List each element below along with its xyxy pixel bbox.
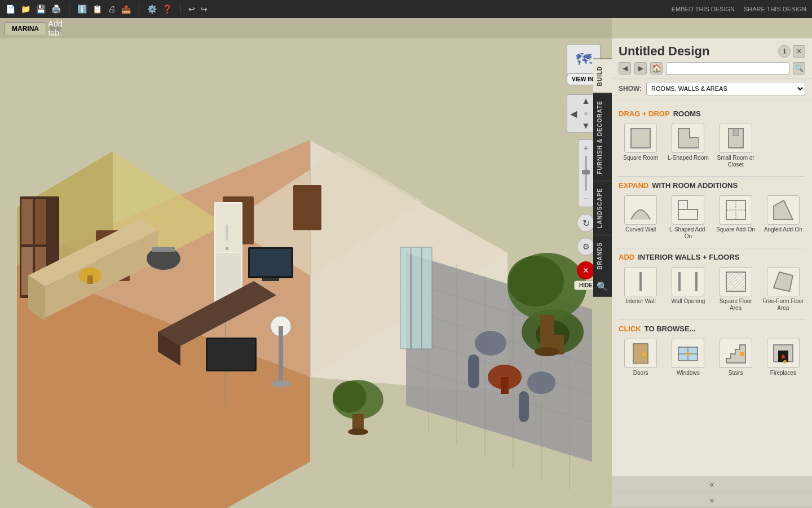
svg-rect-23 [400, 247, 411, 349]
search-input[interactable] [666, 62, 789, 75]
side-tab-build[interactable]: BUILD [593, 59, 612, 93]
side-tab-furnish[interactable]: FURNISH & DECORATE [593, 93, 612, 181]
tab-marina[interactable]: MARINA [5, 22, 46, 35]
embed-button[interactable]: EMBED THIS DESIGN [672, 6, 735, 12]
side-tabs: BUILD FURNISH & DECORATE LANDSCAPE BRAND… [593, 59, 612, 297]
svg-rect-51 [279, 326, 283, 383]
settings-icon[interactable]: ⚙️ [147, 5, 157, 14]
tabbar: MARINA Add tab [0, 18, 612, 38]
svg-rect-35 [152, 247, 175, 252]
panel-header: Untitled Design ℹ ✕ ◀ ▶ 🏠 🔍 [612, 38, 812, 78]
side-tab-search[interactable]: 🔍 [593, 277, 612, 297]
panel-info-button[interactable]: ℹ [778, 45, 791, 58]
fireplaces-icon [767, 339, 800, 368]
panel-back-button[interactable]: ◀ [619, 62, 631, 75]
print2-icon[interactable]: 🖨 [108, 5, 116, 14]
collapse-up-button[interactable]: « [612, 476, 812, 492]
info-icon[interactable]: ℹ️ [77, 5, 87, 14]
rotate-button[interactable]: ↻ [577, 214, 595, 232]
zoom-slider[interactable] [585, 156, 587, 191]
add-tab-button[interactable]: Add tab [50, 23, 61, 34]
item-small-room[interactable]: Small Room or Closet [714, 121, 758, 170]
item-square-addon[interactable]: Square Add-On [714, 193, 758, 242]
panel-home-button[interactable]: 🏠 [650, 62, 663, 75]
nav-up-button[interactable]: ▲ [581, 96, 590, 106]
item-freeform-floor[interactable]: Free-Form Floor Area [761, 265, 805, 314]
doors-label: Doors [633, 370, 648, 376]
square-floor-label: Square Floor Area [715, 298, 757, 312]
panel-content: DRAG + DROP ROOMS Square Room L-Shaped R… [612, 99, 812, 476]
expand-grid: Curved Wall L-Shaped Add-On Square Add-O… [619, 193, 805, 242]
history-icon[interactable]: 📋 [92, 5, 102, 14]
panel-close-button[interactable]: ✕ [793, 45, 805, 58]
interior-grid: Interior Wall Wall Opening Squa [619, 265, 805, 314]
show-select[interactable]: ROOMS, WALLS & AREAS [646, 82, 805, 95]
svg-rect-28 [35, 199, 46, 244]
item-windows[interactable]: Windows [666, 336, 710, 379]
print-icon[interactable]: 🖨️ [51, 5, 61, 14]
share-button[interactable]: SHARE THIS DESIGN [744, 6, 806, 12]
item-square-room[interactable]: Square Room [619, 121, 663, 170]
item-interior-wall[interactable]: Interior Wall [619, 265, 663, 314]
item-stairs[interactable]: Stairs [714, 336, 758, 379]
svg-rect-24 [412, 247, 422, 349]
zoom-out-button[interactable]: − [582, 193, 589, 204]
panel-bottom: « » [612, 476, 812, 508]
item-curved-wall[interactable]: Curved Wall [619, 193, 663, 242]
browse-grid: Doors Windows [619, 336, 805, 379]
collapse-down-button[interactable]: » [612, 492, 812, 508]
nav-left-button[interactable]: ◀ [570, 108, 577, 119]
right-panel: BUILD FURNISH & DECORATE LANDSCAPE BRAND… [612, 38, 812, 508]
svg-rect-39 [250, 249, 292, 276]
windows-label: Windows [677, 370, 700, 376]
svg-rect-72 [733, 129, 739, 135]
hide-overlay-button[interactable]: ✕ [577, 261, 595, 279]
save-icon[interactable]: 💾 [36, 5, 46, 14]
search-button[interactable]: 🔍 [793, 62, 805, 75]
divider-1 [619, 176, 805, 177]
section-header-expand: EXPAND WITH ROOM ADDITIONS [619, 181, 805, 190]
section-header-browse: CLICK TO BROWSE... [619, 325, 805, 333]
svg-rect-37 [87, 275, 93, 284]
item-l-shaped-addon[interactable]: L-Shaped Add-On [666, 193, 710, 242]
item-l-shaped-room[interactable]: L-Shaped Room [666, 121, 710, 170]
open-icon[interactable]: 📁 [21, 5, 30, 14]
side-tab-landscape[interactable]: LANDSCAPE [593, 181, 612, 235]
new-icon[interactable]: 📄 [6, 5, 15, 14]
help-icon[interactable]: ❓ [162, 5, 172, 14]
nav-down-button[interactable]: ▼ [581, 121, 590, 131]
svg-rect-40 [262, 278, 279, 281]
show-row: SHOW: ROOMS, WALLS & AREAS [612, 78, 812, 99]
l-shaped-room-icon [672, 124, 704, 153]
side-tab-brands[interactable]: BRANDS [593, 235, 612, 277]
svg-rect-64 [540, 315, 554, 349]
svg-point-67 [333, 381, 367, 413]
show-label: SHOW: [619, 85, 642, 93]
item-square-floor[interactable]: Square Floor Area [714, 265, 758, 314]
svg-rect-22 [293, 185, 321, 230]
divider-2 [619, 248, 805, 248]
canvas-area[interactable]: 🗺 VIEW IN 2D ▲ ◀ ✕ ▶ ▼ + [0, 38, 612, 508]
share-icon[interactable]: 📤 [121, 5, 131, 14]
item-doors[interactable]: Doors [619, 336, 663, 379]
svg-point-57 [527, 371, 555, 394]
item-fireplaces[interactable]: Fireplaces [761, 336, 805, 379]
undo-icon[interactable]: ↩ [188, 5, 195, 14]
square-room-label: Square Room [623, 155, 658, 161]
redo-icon[interactable]: ↪ [201, 5, 208, 14]
svg-rect-61 [501, 377, 509, 394]
item-angled-addon[interactable]: Angled Add-On [761, 193, 805, 242]
toolbar: 📄 📁 💾 🖨️ ℹ️ 📋 🖨 📤 ⚙️ ❓ ↩ ↪ EMBED THIS DE… [0, 0, 812, 18]
item-wall-opening[interactable]: Wall Opening [666, 265, 710, 314]
angled-addon-icon [767, 195, 800, 225]
panel-title: Untitled Design [619, 44, 709, 59]
zoom-thumb[interactable] [582, 170, 590, 174]
panel-forward-button[interactable]: ▶ [634, 62, 647, 75]
svg-rect-25 [422, 247, 432, 349]
toolbar-sep-1 [69, 4, 69, 14]
svg-marker-70 [678, 129, 699, 148]
curved-wall-label: Curved Wall [625, 226, 656, 233]
zoom-in-button[interactable]: + [582, 142, 589, 154]
svg-point-86 [643, 353, 646, 356]
settings-button[interactable]: ⚙ [577, 238, 595, 256]
